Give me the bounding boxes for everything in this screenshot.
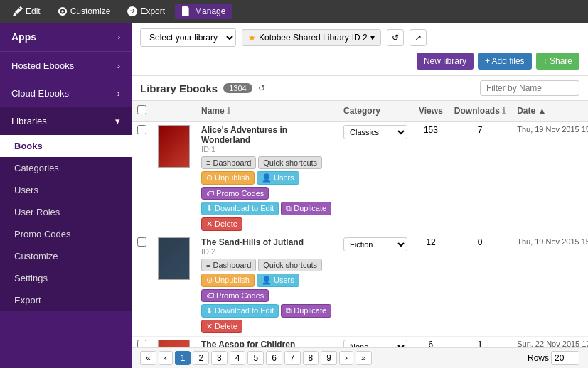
sidebar-item-customize[interactable]: Customize [0,245,132,267]
apps-arrow-icon: › [118,33,120,41]
sidebar-libraries[interactable]: Libraries ▾ [0,107,132,135]
book-cover-0 [158,125,190,168]
date-cell-0: Thu, 19 Nov 2015 15:44:23 GMT [511,121,588,234]
sidebar-cloud-ebooks[interactable]: Cloud Ebooks › [0,80,132,107]
col-views: Views [413,101,449,121]
library-name: Kotobee Shared Library [259,33,349,43]
header-actions: New library + Add files ↑ Share [417,53,579,70]
unpublish-btn-1[interactable]: ⊙ Unpublish [201,274,255,287]
page-prev-button[interactable]: ‹ [159,351,173,365]
sidebar-item-export[interactable]: Export [0,289,132,311]
col-downloads: Downloads ℹ [449,101,511,121]
page-next-button[interactable]: › [339,351,353,365]
sidebar-item-users[interactable]: Users [0,179,132,201]
unpublish-btn-0[interactable]: ⊙ Unpublish [201,171,255,185]
table-row: The Aesop for Children ID 4 ≡ Dashboard … [132,337,588,348]
page-3-button[interactable]: 3 [211,351,228,365]
library-badge: ★ Kotobee Shared Library ID 2 ▾ [242,29,381,46]
new-library-button[interactable]: New library [417,53,474,70]
books-table: Name ℹ Category Views Downloads ℹ Date ▲ [132,101,588,347]
sidebar-hosted-ebooks[interactable]: Hosted Ebooks › [0,52,132,80]
hosted-ebooks-arrow-icon: › [117,60,120,71]
book-title-1: The Sand-Hills of Jutland [201,237,332,247]
books-table-container: Name ℹ Category Views Downloads ℹ Date ▲ [132,101,588,347]
edit-button[interactable]: Edit [6,4,48,19]
table-title: Library Ebooks [140,82,218,94]
quick-shortcuts-btn-1[interactable]: Quick shortcuts [258,259,322,271]
star-icon: ★ [248,33,256,43]
info-icon: ℹ [227,106,230,116]
customize-label: Customize [70,6,111,16]
content-area: Select your library ★ Kotobee Shared Lib… [132,23,588,368]
external-link-button[interactable]: ↗ [410,29,427,46]
page-1-button[interactable]: 1 [175,351,191,365]
category-select-2[interactable]: NoneFictionClassicsShort storiesCooking … [343,340,407,347]
date-cell-1: Thu, 19 Nov 2015 15:50:13 GMT [511,234,588,337]
sidebar-item-categories[interactable]: Categories [0,157,132,179]
col-category: Category [338,101,413,121]
col-name: Name ℹ [196,101,338,121]
libraries-label: Libraries [11,116,47,126]
book-title-2: The Aesop for Children [201,340,332,347]
download-to-edit-btn-0[interactable]: ⬇ Download to Edit [201,202,279,215]
pagination-bar: « ‹ 1 2 3 4 5 6 7 8 9 › » Rows [132,347,588,368]
page-4-button[interactable]: 4 [230,351,246,365]
page-2-button[interactable]: 2 [193,351,209,365]
views-cell-0: 153 [413,121,449,234]
sidebar-item-books[interactable]: Books [0,135,132,157]
page-last-button[interactable]: » [356,351,372,365]
row-checkbox-0[interactable] [137,125,146,134]
page-7-button[interactable]: 7 [284,351,301,365]
page-9-button[interactable]: 9 [321,351,337,365]
page-8-button[interactable]: 8 [303,351,319,365]
table-header-row: Name ℹ Category Views Downloads ℹ Date ▲ [132,101,588,121]
manage-button[interactable]: Manage [175,4,232,19]
book-title-0: Alice's Adventures in Wonderland [201,125,332,145]
category-select-0[interactable]: NoneFictionClassicsShort storiesCooking … [343,125,407,139]
select-all-checkbox[interactable] [137,105,146,114]
library-select[interactable]: Select your library [140,28,236,47]
category-select-1[interactable]: NoneFictionClassicsShort storiesCooking … [343,237,407,251]
sidebar-sub-items: Books Categories Users User Roles Promo … [0,135,132,311]
delete-btn-1[interactable]: ✕ Delete [201,320,242,333]
duplicate-btn-0[interactable]: ⧉ Duplicate [281,202,331,215]
duplicate-btn-1[interactable]: ⧉ Duplicate [281,304,331,318]
export-button[interactable]: Export [120,4,172,19]
libraries-arrow-icon: ▾ [115,116,120,126]
downloads-cell-2: 1 [449,337,511,348]
table-refresh-icon[interactable]: ↺ [258,83,265,93]
sidebar-item-promo-codes[interactable]: Promo Codes [0,223,132,245]
views-cell-1: 12 [413,234,449,337]
svg-point-0 [61,10,64,13]
dashboard-btn-0[interactable]: ≡ Dashboard [201,156,256,169]
table-row: The Sand-Hills of Jutland ID 2 ≡ Dashboa… [132,234,588,337]
dashboard-btn-1[interactable]: ≡ Dashboard [201,259,256,271]
book-cover-1 [158,237,190,280]
sidebar-item-settings[interactable]: Settings [0,267,132,289]
page-5-button[interactable]: 5 [247,351,264,365]
row-checkbox-1[interactable] [137,237,146,247]
promo-codes-btn-0[interactable]: 🏷 Promo Codes [201,187,269,200]
download-to-edit-btn-1[interactable]: ⬇ Download to Edit [201,304,279,318]
manage-label: Manage [195,6,225,16]
delete-btn-0[interactable]: ✕ Delete [201,217,242,231]
promo-codes-btn-1[interactable]: 🏷 Promo Codes [201,289,269,302]
col-date: Date ▲ [511,101,588,121]
rows-label: Rows [528,353,549,363]
row-checkbox-2[interactable] [137,340,146,347]
filter-input[interactable] [480,80,579,96]
users-btn-1[interactable]: 👤 Users [257,274,299,287]
sidebar-item-user-roles[interactable]: User Roles [0,201,132,223]
share-button[interactable]: ↑ Share [536,53,579,70]
rows-input[interactable] [551,351,579,365]
refresh-button[interactable]: ↺ [387,29,404,46]
page-first-button[interactable]: « [140,351,156,365]
users-btn-0[interactable]: 👤 Users [257,171,299,185]
sidebar: Apps › Hosted Ebooks › Cloud Ebooks › Li… [0,23,132,368]
add-files-button[interactable]: + Add files [478,53,532,70]
sidebar-apps[interactable]: Apps › [0,23,132,52]
table-row: Alice's Adventures in Wonderland ID 1 ≡ … [132,121,588,234]
customize-button[interactable]: Customize [50,4,118,19]
page-6-button[interactable]: 6 [266,351,282,365]
quick-shortcuts-btn-0[interactable]: Quick shortcuts [258,156,322,169]
